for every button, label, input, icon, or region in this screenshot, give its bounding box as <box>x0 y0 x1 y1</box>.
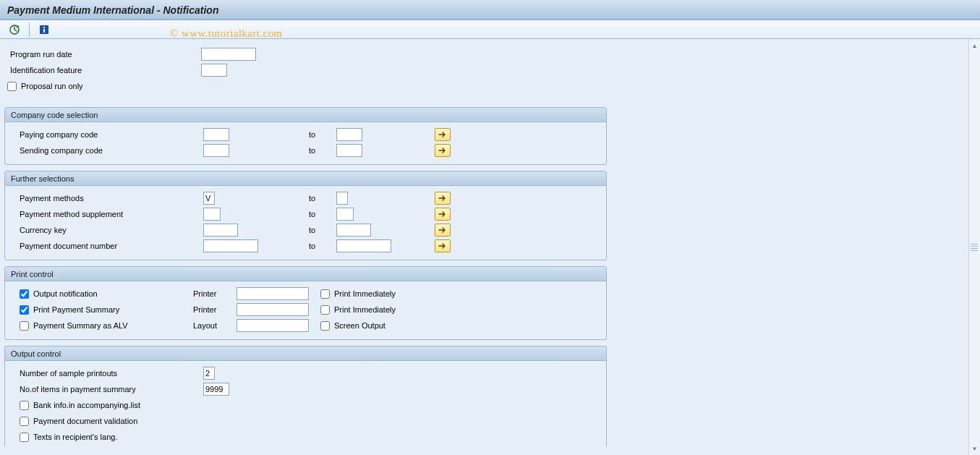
items-summary-label: No.of items in payment summary <box>9 385 203 394</box>
sending-company-code-label: Sending company code <box>9 146 203 155</box>
arrow-right-icon <box>438 211 447 218</box>
to-label: to <box>309 194 336 203</box>
proposal-run-text: Proposal run only <box>21 82 83 90</box>
svg-point-1 <box>17 25 20 28</box>
screen-output-checkbox-label[interactable]: Screen Output <box>320 321 385 331</box>
currency-key-label: Currency key <box>9 226 203 234</box>
vertical-scrollbar[interactable]: ▲ ▼ <box>968 39 980 455</box>
top-fields: Program run date Identification feature … <box>4 43 964 101</box>
printer-label-1: Printer <box>193 289 237 298</box>
payment-method-supplement-to-input[interactable] <box>336 208 354 221</box>
payment-summary-alv-checkbox[interactable] <box>20 321 29 331</box>
screen-output-checkbox[interactable] <box>320 321 330 331</box>
group-output-control: Output control Number of sample printout… <box>4 346 607 446</box>
proposal-run-checkbox-label[interactable]: Proposal run only <box>7 82 83 91</box>
sending-company-code-from-input[interactable] <box>203 144 229 157</box>
payment-methods-from-input[interactable] <box>203 192 215 205</box>
payment-summary-alv-checkbox-label[interactable]: Payment Summary as ALV <box>20 321 193 331</box>
group-further-header: Further selections <box>5 171 606 186</box>
payment-doc-validation-checkbox[interactable] <box>20 417 29 426</box>
print-immediately-2-checkbox[interactable] <box>320 305 330 315</box>
printer-2-input[interactable] <box>237 303 309 316</box>
number-samples-input[interactable] <box>203 367 215 380</box>
page-title: Payment Medium International - Notificat… <box>7 4 218 16</box>
print-immediately-1-text: Print Immediately <box>334 289 396 298</box>
arrow-right-icon <box>438 242 447 250</box>
print-payment-summary-text: Print Payment Summary <box>33 305 119 314</box>
sending-company-code-to-input[interactable] <box>336 144 362 157</box>
layout-label: Layout <box>193 321 237 330</box>
group-company-code: Company code selection Paying company co… <box>4 107 607 165</box>
paying-company-multi-button[interactable] <box>435 128 451 141</box>
toolbar <box>0 20 980 39</box>
payment-method-supplement-from-input[interactable] <box>203 208 221 221</box>
arrow-right-icon <box>438 195 447 202</box>
proposal-run-checkbox[interactable] <box>7 82 17 91</box>
title-bar: Payment Medium International - Notificat… <box>0 0 980 20</box>
paying-company-code-to-input[interactable] <box>336 128 362 141</box>
scroll-down-icon[interactable]: ▼ <box>970 443 980 454</box>
info-icon <box>39 25 49 35</box>
group-output-header: Output control <box>5 346 606 361</box>
output-notification-text: Output notification <box>33 289 98 298</box>
identification-input[interactable] <box>201 64 227 77</box>
sending-company-multi-button[interactable] <box>435 144 451 157</box>
payment-method-supplement-multi-button[interactable] <box>435 208 451 221</box>
currency-key-from-input[interactable] <box>203 224 238 237</box>
layout-input[interactable] <box>237 319 309 332</box>
to-label: to <box>309 242 336 250</box>
payment-methods-label: Payment methods <box>9 194 203 203</box>
payment-methods-to-input[interactable] <box>336 192 348 205</box>
svg-rect-3 <box>43 27 45 28</box>
toolbar-separator <box>29 22 30 37</box>
payment-document-number-label: Payment document number <box>9 242 203 250</box>
to-label: to <box>309 210 336 218</box>
print-immediately-1-checkbox[interactable] <box>320 289 330 299</box>
screen-output-text: Screen Output <box>334 321 385 330</box>
payment-doc-validation-checkbox-label[interactable]: Payment document validation <box>20 417 137 426</box>
currency-key-to-input[interactable] <box>336 224 371 237</box>
payment-methods-multi-button[interactable] <box>435 192 451 205</box>
identification-label: Identification feature <box>7 66 201 75</box>
print-immediately-2-text: Print Immediately <box>334 305 396 314</box>
print-immediately-2-label[interactable]: Print Immediately <box>320 305 396 315</box>
arrow-right-icon <box>438 226 447 234</box>
texts-lang-checkbox-label[interactable]: Texts in recipient's lang. <box>20 433 117 442</box>
items-summary-input[interactable] <box>203 383 229 396</box>
payment-summary-alv-text: Payment Summary as ALV <box>33 321 128 330</box>
svg-rect-4 <box>43 29 45 33</box>
print-payment-summary-checkbox-label[interactable]: Print Payment Summary <box>20 305 193 315</box>
payment-doc-validation-text: Payment document validation <box>33 417 137 425</box>
group-print-control: Print control Output notification Printe… <box>4 266 607 340</box>
to-label: to <box>309 146 336 155</box>
output-notification-checkbox-label[interactable]: Output notification <box>20 289 193 299</box>
scroll-up-icon[interactable]: ▲ <box>970 41 980 51</box>
bank-info-text: Bank info.in accompanying.list <box>33 401 140 409</box>
bank-info-checkbox-label[interactable]: Bank info.in accompanying.list <box>20 401 140 410</box>
execute-button[interactable] <box>7 22 22 37</box>
payment-document-number-from-input[interactable] <box>203 239 258 252</box>
printer-1-input[interactable] <box>237 287 309 300</box>
print-immediately-1-label[interactable]: Print Immediately <box>320 289 396 299</box>
payment-document-number-to-input[interactable] <box>336 239 391 252</box>
program-run-date-input[interactable] <box>201 48 256 61</box>
payment-document-number-multi-button[interactable] <box>435 239 451 252</box>
output-notification-checkbox[interactable] <box>20 289 29 299</box>
texts-lang-checkbox[interactable] <box>20 433 29 442</box>
to-label: to <box>309 130 336 139</box>
group-further-selections: Further selections Payment methods to Pa… <box>4 171 607 260</box>
number-samples-label: Number of sample printouts <box>9 369 203 378</box>
info-button[interactable] <box>37 22 51 37</box>
bank-info-checkbox[interactable] <box>20 401 29 410</box>
arrow-right-icon <box>438 147 447 154</box>
paying-company-code-label: Paying company code <box>9 130 203 139</box>
arrow-right-icon <box>438 131 447 138</box>
content-area: Program run date Identification feature … <box>0 39 968 455</box>
program-run-date-label: Program run date <box>7 50 201 59</box>
scrollbar-grip-icon <box>971 237 978 258</box>
print-payment-summary-checkbox[interactable] <box>20 305 29 315</box>
currency-key-multi-button[interactable] <box>435 224 451 237</box>
paying-company-code-from-input[interactable] <box>203 128 229 141</box>
to-label: to <box>309 226 336 234</box>
texts-lang-text: Texts in recipient's lang. <box>33 433 117 441</box>
